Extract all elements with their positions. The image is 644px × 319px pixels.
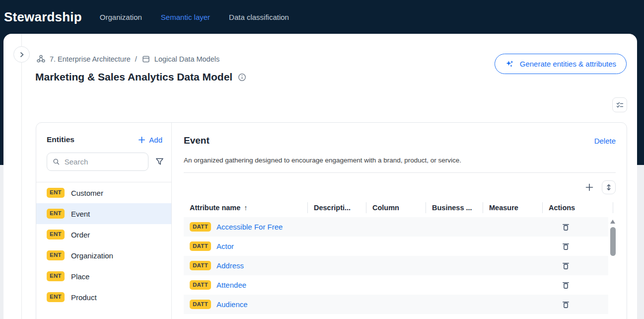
column-header-label: Column — [372, 204, 399, 212]
updown-arrow-icon — [605, 183, 612, 191]
attribute-badge: DATT — [190, 222, 211, 232]
column-header-measure[interactable]: Measure — [483, 202, 543, 213]
nav-tab-semantic-layer[interactable]: Semantic layer — [161, 13, 210, 21]
plus-icon — [138, 136, 145, 144]
app-title: Stewardship — [4, 9, 82, 25]
trash-icon — [562, 222, 570, 232]
entity-item-organization[interactable]: ENTOrganization — [36, 245, 171, 266]
view-options-button[interactable] — [612, 97, 627, 112]
column-header-column[interactable]: Column — [366, 202, 426, 213]
scrollbar-thumb[interactable] — [610, 227, 616, 256]
entities-panel: Entities Add — [36, 123, 172, 319]
add-entity-button[interactable]: Add — [138, 136, 162, 144]
detail-divider — [184, 172, 616, 173]
breadcrumb-domain[interactable]: 7. Enterprise Architecture — [36, 54, 131, 64]
generate-entities-label: Generate entities & attributes — [520, 60, 616, 68]
attribute-table-header: Attribute name↑Descripti...ColumnBusines… — [184, 200, 627, 215]
filter-icon[interactable] — [155, 157, 164, 166]
entity-item-event[interactable]: ENTEvent — [36, 203, 171, 224]
attribute-row-actions — [543, 221, 571, 233]
attribute-row: DATTActor — [184, 237, 608, 256]
attribute-name-link[interactable]: Address — [216, 261, 244, 270]
entity-list: ENTCustomerENTEventENTOrderENTOrganizati… — [36, 182, 171, 308]
attribute-table-body: DATTAccessible For FreeDATTActorDATTAddr… — [184, 217, 608, 314]
chevron-right-icon — [18, 51, 25, 58]
entity-item-order[interactable]: ENTOrder — [36, 224, 171, 245]
primary-nav: OrganizationSemantic layerData classific… — [100, 13, 289, 21]
sparkles-icon — [505, 59, 515, 69]
attribute-row-main: DATTAddress — [190, 261, 543, 271]
add-attribute-button[interactable] — [584, 182, 594, 192]
attribute-name-link[interactable]: Accessible For Free — [216, 223, 283, 231]
entity-detail-title: Event — [184, 135, 210, 146]
entity-search-input[interactable] — [65, 158, 143, 166]
entity-name: Place — [71, 272, 90, 281]
entity-name: Product — [71, 293, 97, 302]
entity-badge: ENT — [47, 230, 65, 239]
attribute-row-actions — [543, 279, 571, 291]
attribute-row: DATTAttendee — [184, 275, 608, 295]
nav-tab-organization[interactable]: Organization — [100, 13, 142, 21]
model-editor-card: Entities Add — [36, 122, 627, 319]
scroll-up-arrow-icon[interactable] — [610, 220, 615, 224]
attribute-row: DATTAccessible For Free — [184, 217, 608, 237]
column-header-descripti[interactable]: Descripti... — [308, 202, 366, 213]
info-icon[interactable] — [238, 73, 246, 81]
attribute-name-link[interactable]: Audience — [216, 300, 248, 309]
entity-item-place[interactable]: ENTPlace — [36, 266, 171, 287]
breadcrumb-domain-label: 7. Enterprise Architecture — [50, 55, 131, 63]
delete-attribute-button[interactable] — [561, 240, 571, 252]
attribute-row-main: DATTAccessible For Free — [190, 222, 543, 232]
column-header-business[interactable]: Business ... — [426, 202, 483, 213]
breadcrumb-section-label: Logical Data Models — [154, 55, 219, 63]
search-icon — [53, 158, 60, 166]
breadcrumb-section[interactable]: Logical Data Models — [142, 55, 219, 64]
column-header-actions[interactable]: Actions — [543, 202, 613, 213]
entity-search-row — [36, 144, 171, 171]
domain-icon — [36, 54, 46, 64]
delete-attribute-button[interactable] — [561, 279, 571, 291]
generate-entities-button[interactable]: Generate entities & attributes — [495, 54, 627, 74]
delete-entity-button[interactable]: Delete — [594, 137, 616, 145]
column-header-attribute-name[interactable]: Attribute name↑ — [184, 202, 308, 213]
sort-ascending-icon: ↑ — [244, 204, 247, 212]
entity-name: Customer — [71, 189, 103, 197]
column-header-label: Attribute name — [190, 204, 240, 212]
nav-tab-data-classification[interactable]: Data classification — [229, 13, 289, 21]
delete-attribute-button[interactable] — [561, 260, 571, 271]
entity-detail-panel: Event Delete An organized gathering desi… — [172, 123, 627, 319]
expand-sidebar-button[interactable] — [13, 46, 30, 63]
page-title-row: Marketing & Sales Analytics Data Model — [35, 71, 246, 83]
attribute-badge: DATT — [190, 280, 211, 290]
attribute-name-link[interactable]: Actor — [216, 242, 234, 250]
trash-icon — [562, 261, 570, 270]
entity-badge: ENT — [47, 271, 65, 281]
delete-attribute-button[interactable] — [561, 299, 571, 310]
entity-item-customer[interactable]: ENTCustomer — [36, 182, 171, 203]
column-header-label: Actions — [549, 204, 575, 212]
attribute-row-main: DATTActor — [190, 241, 543, 251]
model-icon — [142, 55, 150, 64]
entity-description: An organized gathering designed to encou… — [184, 157, 627, 164]
entity-badge: ENT — [47, 250, 65, 260]
add-entity-label: Add — [149, 136, 162, 144]
checklist-icon — [616, 101, 624, 109]
trash-icon — [562, 241, 570, 251]
breadcrumb: 7. Enterprise Architecture / Logical Dat… — [36, 54, 219, 64]
entity-search-box — [47, 153, 148, 171]
topbar: Stewardship OrganizationSemantic layerDa… — [0, 0, 644, 34]
delete-attribute-button[interactable] — [561, 221, 571, 233]
attribute-row-main: DATTAudience — [190, 300, 543, 310]
table-scrollbar[interactable] — [610, 218, 616, 314]
entity-badge: ENT — [47, 292, 65, 302]
collapsed-sidebar-divider — [21, 34, 22, 319]
attribute-table-controls — [184, 180, 616, 194]
entity-item-product[interactable]: ENTProduct — [36, 287, 171, 308]
entity-detail-header: Event Delete — [184, 135, 627, 146]
attribute-badge: DATT — [190, 261, 211, 271]
column-header-label: Measure — [489, 204, 518, 212]
entity-name: Event — [71, 210, 90, 218]
reorder-rows-button[interactable] — [602, 180, 616, 194]
entity-badge: ENT — [47, 209, 65, 219]
attribute-name-link[interactable]: Attendee — [216, 281, 246, 289]
